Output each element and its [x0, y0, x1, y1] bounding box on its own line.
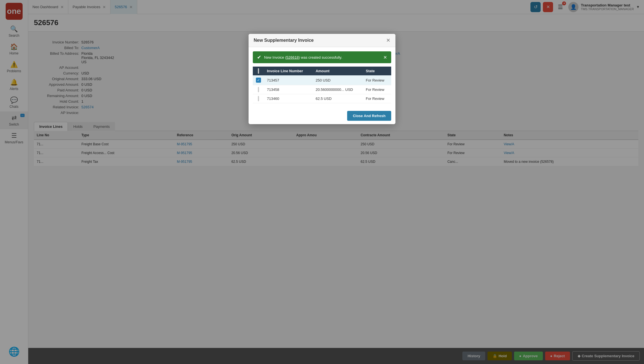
- modal-cell-amount: 20.5600000000... USD: [313, 85, 363, 94]
- modal-cell-checkbox: ✓: [253, 75, 264, 85]
- supplementary-invoice-modal: New Supplementary Invoice ✕ ✔ New Invoic…: [249, 34, 395, 124]
- modal-close-button[interactable]: ✕: [386, 37, 390, 43]
- row-checkbox[interactable]: [258, 96, 259, 101]
- row-checkbox[interactable]: ✓: [256, 78, 261, 83]
- success-banner-close[interactable]: ✕: [383, 55, 387, 60]
- modal-header: New Supplementary Invoice ✕: [249, 34, 395, 47]
- modal-body: ✔ New Invoice (526618) was created succe…: [249, 47, 395, 108]
- modal-cell-line-number: 713460: [264, 94, 313, 103]
- modal-col-amount: Amount: [313, 67, 363, 75]
- row-checkbox[interactable]: [258, 87, 259, 92]
- modal-cell-amount: 250 USD: [313, 75, 363, 85]
- modal-cell-checkbox: [253, 85, 264, 94]
- modal-title: New Supplementary Invoice: [254, 38, 314, 43]
- modal-cell-state: For Review: [363, 94, 391, 103]
- modal-col-state: State: [363, 67, 391, 75]
- success-message: New Invoice (526618) was created success…: [264, 55, 342, 60]
- close-and-refresh-button[interactable]: Close And Refresh: [347, 111, 391, 121]
- modal-cell-state: For Review: [363, 85, 391, 94]
- modal-col-line-number: Invoice Line Number: [264, 67, 313, 75]
- modal-cell-amount: 62.5 USD: [313, 94, 363, 103]
- modal-cell-line-number: 713458: [264, 85, 313, 94]
- modal-table-row: ✓ 713457 250 USD For Review: [253, 75, 391, 85]
- modal-table-row: 713458 20.5600000000... USD For Review: [253, 85, 391, 94]
- modal-table-row: 713460 62.5 USD For Review: [253, 94, 391, 103]
- modal-invoice-table: Invoice Line Number Amount State ✓ 71345…: [253, 67, 391, 103]
- header-checkbox[interactable]: [258, 68, 259, 74]
- modal-cell-line-number: 713457: [264, 75, 313, 85]
- modal-overlay: New Supplementary Invoice ✕ ✔ New Invoic…: [0, 0, 644, 364]
- check-icon: ✔: [257, 54, 261, 60]
- modal-col-checkbox: [253, 67, 264, 75]
- success-banner: ✔ New Invoice (526618) was created succe…: [253, 51, 391, 63]
- modal-footer: Close And Refresh: [249, 108, 395, 124]
- modal-cell-state: For Review: [363, 75, 391, 85]
- success-invoice-link[interactable]: 526618: [286, 55, 299, 60]
- modal-cell-checkbox: [253, 94, 264, 103]
